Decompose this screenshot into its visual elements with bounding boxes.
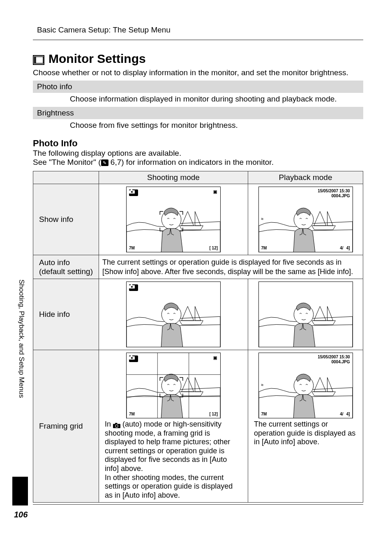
section-intro: Choose whether or not to display informa…: [33, 68, 363, 77]
summary-label-photo-info: Photo info: [33, 81, 363, 93]
osd-voice-icon: ≈: [261, 217, 264, 221]
framing-grid-play-caption: The current settings or operation guide …: [251, 420, 360, 447]
osd-size-grid: 7M: [129, 412, 135, 416]
footer-rule: [33, 504, 363, 505]
show-info-playback-img: 15/05/2007 15:30 0004.JPG ≈ 7M 4/ 4]: [248, 184, 363, 255]
hide-info-shooting-img: [99, 279, 248, 350]
col-header-shooting: Shooting mode: [99, 171, 248, 184]
sidebar-section-label: Shooting, Playback, and Setup Menus: [17, 279, 25, 398]
osd-counter-grid: [ 12]: [209, 412, 218, 416]
photo-info-desc: The following display options are availa…: [33, 149, 363, 167]
summary-desc-photo-info: Choose information displayed in monitor …: [33, 93, 363, 107]
page-number: 106: [14, 510, 28, 519]
monitor-settings-icon: [33, 54, 44, 64]
camera-mode-icon: [129, 189, 138, 196]
page-header: Basic Camera Setup: The Setup Menu: [33, 21, 363, 40]
svg-rect-10: [34, 56, 35, 64]
osd-vr-icon: ▣: [213, 189, 217, 194]
section-title: Monitor Settings: [48, 52, 146, 66]
photo-info-options-table: Shooting mode Playback mode Show info ▣ …: [33, 171, 363, 503]
osd-vr-icon: ▣: [213, 355, 217, 360]
framing-grid-playback-cell: 15/05/2007 15:30 0004.JPG ≈ 7M 4/ 4] The…: [248, 350, 363, 503]
osd-idx-a-grid: 4/: [340, 412, 343, 416]
camera-mode-icon: [129, 284, 138, 291]
hide-info-playback-img: [248, 279, 363, 350]
section-title-row: Monitor Settings: [33, 52, 363, 66]
osd-date: 15/05/2007 15:30: [318, 189, 350, 193]
osd-counter: [ 12]: [209, 246, 218, 250]
osd-idx-a: 4/: [340, 246, 343, 250]
page-ref-icon: ✎: [101, 159, 108, 166]
col-header-playback: Playback mode: [248, 171, 363, 184]
osd-filename: 0004.JPG: [331, 194, 350, 198]
summary-label-brightness: Brightness: [33, 107, 363, 119]
framing-grid-shooting-cell: ▣ 7M [ 12] In (auto) mode or high-sensit…: [99, 350, 248, 503]
osd-size-grid-pb: 7M: [261, 412, 267, 416]
header-title: Basic Camera Setup: The Setup Menu: [37, 25, 171, 34]
row-label-framing-grid: Framing grid: [33, 350, 99, 503]
osd-idx-b-grid: 4]: [346, 412, 350, 416]
table-corner: [33, 171, 99, 184]
framing-grid-shoot-caption: In (auto) mode or high-sensitivity shoot…: [102, 420, 244, 500]
osd-date-grid: 15/05/2007 15:30: [318, 355, 350, 359]
svg-rect-11: [36, 57, 43, 63]
osd-filename-grid: 0004.JPG: [331, 360, 350, 364]
photo-info-heading: Photo Info: [33, 138, 363, 149]
osd-idx-b: 4]: [346, 246, 350, 250]
row-label-show-info: Show info: [33, 184, 99, 255]
summary-desc-brightness: Choose from five settings for monitor br…: [33, 119, 363, 133]
osd-size-pb: 7M: [261, 246, 267, 250]
auto-info-desc: The current settings or operation guide …: [99, 255, 363, 279]
settings-summary-table: Photo info Choose information displayed …: [33, 81, 363, 133]
osd-voice-icon-grid: ≈: [261, 383, 264, 387]
camera-icon-inline: [113, 422, 120, 427]
row-label-auto-info: Auto info (default setting): [33, 255, 99, 279]
row-label-hide-info: Hide info: [33, 279, 99, 350]
osd-size: 7M: [129, 246, 135, 250]
sidebar-tab-marker: [12, 477, 28, 505]
show-info-shooting-img: ▣ 7M [ 12]: [99, 184, 248, 255]
camera-mode-icon: [129, 355, 138, 362]
